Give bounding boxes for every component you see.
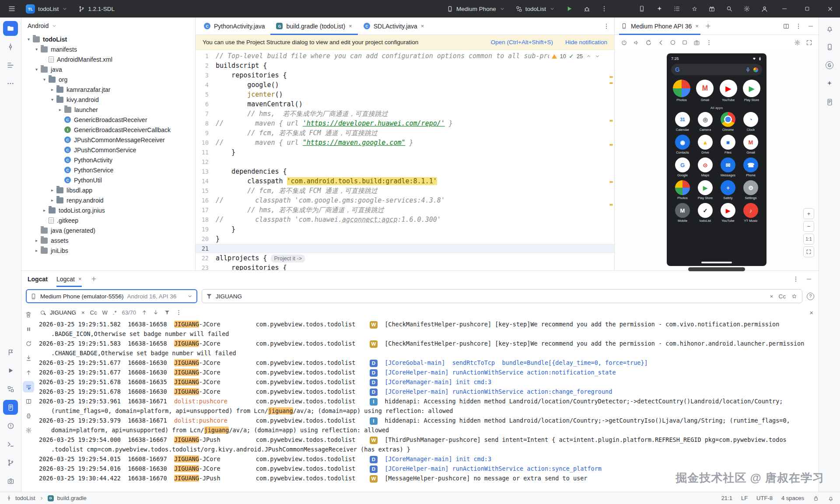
logcat-entry-continuation[interactable]: .todolist cmp=com.pywebview.todos.todoli…	[39, 444, 819, 454]
tree-item-genericbroadcastreceiver[interactable]: CGenericBroadcastReceiver	[21, 115, 195, 125]
project-selector[interactable]: TL todoList	[22, 2, 72, 15]
gesture-bar[interactable]	[701, 262, 732, 263]
logcat-entry[interactable]: 2026-03-25 19:29:51.583 16638-16658 JIGU…	[39, 339, 819, 348]
chevron-right-icon[interactable]: ▸	[49, 198, 56, 203]
tree-item-pythonservice[interactable]: CPythonService	[21, 165, 195, 175]
close-tab-icon[interactable]: ×	[349, 23, 352, 29]
editor-options-icon[interactable]	[603, 23, 610, 30]
clear-logcat-button[interactable]	[23, 309, 34, 320]
restart-logcat-button[interactable]	[23, 338, 34, 349]
gradle-tool-button[interactable]: G	[822, 58, 837, 73]
add-device-tab-icon[interactable]	[705, 23, 711, 29]
bookmarks-tool-button[interactable]	[3, 345, 18, 360]
tree-item-jpushcommonmessagereceiver[interactable]: CJPushCommonMessageReceiver	[21, 135, 195, 145]
app-icon-photos[interactable]: Photos	[673, 80, 690, 102]
scroll-to-end-button[interactable]	[23, 352, 34, 364]
tree-item-manifests[interactable]: ▾manifests	[21, 44, 195, 54]
app-icon-youtube[interactable]: ▶YouTube	[717, 203, 739, 223]
home-icon[interactable]	[670, 39, 676, 46]
run-tool-button[interactable]	[3, 363, 18, 378]
tree-item-renpy-android[interactable]: ▸renpy.android	[21, 195, 195, 205]
emulator-more-icon[interactable]	[706, 39, 712, 46]
fullscreen-icon[interactable]	[806, 39, 812, 46]
logcat-entry[interactable]: 2026-03-25 19:29:51.582 16638-16658 JIGU…	[39, 319, 819, 329]
tree-item-java-generated-[interactable]: java (generated)	[21, 225, 195, 235]
chevron-right-icon[interactable]: ▸	[49, 188, 56, 192]
app-icon-google[interactable]: GGoogle	[671, 158, 694, 177]
logcat-entry[interactable]: 2026-03-25 19:29:54.000 16638-16667 JIGU…	[39, 435, 819, 444]
chevron-right-icon[interactable]: ▸	[33, 248, 40, 253]
notifications-icon[interactable]	[828, 495, 834, 501]
close-tab-icon[interactable]: ×	[421, 23, 424, 29]
app-icon-todolist[interactable]: ✓todoList	[694, 203, 717, 223]
readonly-lock-icon[interactable]	[813, 495, 819, 501]
tree-item-libsdl-app[interactable]: ▸libsdl.app	[21, 185, 195, 195]
google-search-bar[interactable]: G	[671, 64, 762, 75]
tree-item-launcher[interactable]: ▸launcher	[21, 105, 195, 115]
running-devices-tool-button[interactable]	[822, 94, 837, 109]
search-options-icon[interactable]	[175, 309, 182, 316]
close-tab-icon[interactable]: ×	[695, 23, 699, 29]
chevron-down-icon[interactable]: ▾	[33, 47, 40, 52]
app-icon-phone[interactable]: ☎Phone	[739, 158, 762, 177]
vcs-branch-button[interactable]: 1.2.1-SDL	[74, 2, 119, 15]
gemini-tool-button[interactable]	[822, 76, 837, 91]
ai-actions-icon[interactable]	[652, 2, 667, 15]
match-case-toggle[interactable]: Cc	[779, 293, 786, 300]
emulator-settings-icon[interactable]	[794, 39, 801, 46]
app-icon-chrome[interactable]: Chrome	[717, 112, 739, 132]
tree-item-kamranzafar-jtar[interactable]: ▸kamranzafar.jtar	[21, 84, 195, 94]
debug-button[interactable]	[579, 2, 594, 15]
rotate-icon[interactable]	[645, 39, 652, 46]
logcat-tab[interactable]: Logcat ×	[56, 271, 82, 287]
window-close-button[interactable]	[820, 0, 840, 18]
close-search-icon[interactable]: ×	[809, 309, 813, 316]
match-case-toggle[interactable]: Cc	[90, 309, 97, 316]
editor-scrollbar[interactable]	[608, 50, 614, 270]
favorite-filter-icon[interactable]	[791, 293, 798, 300]
running-device-tab[interactable]: Medium Phone API 36 ×	[619, 18, 700, 35]
screenshot-icon[interactable]	[693, 39, 700, 46]
whole-word-toggle[interactable]: W	[102, 309, 108, 316]
tree-item-pythonutil[interactable]: CPythonUtil	[21, 175, 195, 185]
version-control-tool-button[interactable]	[3, 455, 18, 470]
tree-item-kivy-android[interactable]: ▾kivy.android	[21, 94, 195, 105]
task-list-icon[interactable]	[669, 2, 684, 15]
app-icon-maps[interactable]: ⊙Maps	[694, 158, 717, 177]
power-icon[interactable]	[621, 39, 627, 46]
volume-icon[interactable]	[633, 39, 640, 46]
window-minimize-button[interactable]	[774, 0, 794, 18]
tree-item-todolist-org-jnius[interactable]: ▸todoList.org.jnius	[21, 205, 195, 215]
logcat-entry[interactable]: 2026-03-25 19:29:51.678 16608-16635 JIGU…	[39, 377, 819, 387]
help-icon[interactable]: ?	[807, 293, 814, 300]
chevron-down-icon[interactable]: ▾	[41, 77, 48, 82]
tree-item-org[interactable]: ▾org	[21, 74, 195, 84]
emulator-screen[interactable]: 7:25 G PhotosMGmail▶YouTub	[667, 53, 766, 266]
split-panel-icon[interactable]	[783, 23, 790, 30]
tree-item--gitkeep[interactable]: .gitkeep	[21, 215, 195, 225]
regex-toggle[interactable]: .*	[113, 309, 117, 316]
panel-options-icon[interactable]	[795, 23, 802, 30]
tree-item-assets[interactable]: ▸assets	[21, 235, 195, 245]
app-icon-messages[interactable]: ✉Messages	[717, 158, 739, 177]
logcat-entry-continuation[interactable]: domain=platform, api=unsupported) from L…	[39, 425, 819, 435]
logcat-tool-button[interactable]	[3, 400, 18, 415]
app-icon-gmail[interactable]: MGmail	[739, 135, 762, 154]
app-icon-youtube[interactable]: ▶YouTube	[720, 80, 737, 102]
chevron-right-icon[interactable]: ▸	[56, 107, 64, 112]
back-icon[interactable]	[658, 39, 664, 46]
app-icon-gmail[interactable]: MGmail	[696, 80, 714, 102]
more-actions-button[interactable]	[597, 2, 612, 15]
emulator-scrollbar[interactable]	[688, 267, 745, 271]
settings-icon[interactable]	[739, 2, 754, 15]
zoom-reset-button[interactable]: 1:1	[803, 234, 814, 245]
hide-notification-link[interactable]: Hide notification	[565, 39, 607, 46]
next-problem-icon[interactable]	[595, 53, 600, 59]
app-icon-play-store[interactable]: ▶Play Store	[743, 80, 760, 102]
whats-new-icon[interactable]	[704, 2, 719, 15]
project-view-selector[interactable]: Android	[28, 22, 49, 29]
tree-item-java[interactable]: ▾java	[21, 64, 195, 74]
logcat-output[interactable]: 2026-03-25 19:29:51.582 16638-16658 JIGU…	[35, 319, 819, 492]
logcat-entry[interactable]: 2026-03-25 19:29:51.678 16608-16630 JIGU…	[39, 387, 819, 396]
file-encoding[interactable]: UTF-8	[756, 495, 773, 501]
